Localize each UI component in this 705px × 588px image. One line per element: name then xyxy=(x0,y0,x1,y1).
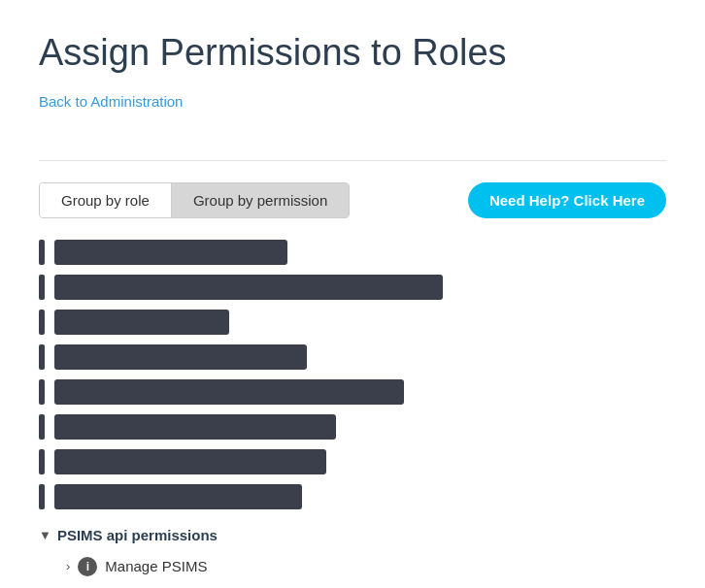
list-row xyxy=(39,379,666,405)
list-row xyxy=(39,484,666,509)
list-row-bar xyxy=(54,240,287,265)
toolbar: Group by role Group by permission Need H… xyxy=(39,182,666,218)
list-row-bar xyxy=(54,449,326,474)
page-title: Assign Permissions to Roles xyxy=(39,31,666,76)
list-row-indicator xyxy=(39,310,45,335)
expand-icon[interactable]: › xyxy=(66,559,70,573)
skeleton-list xyxy=(39,240,666,509)
list-row-indicator xyxy=(39,449,45,474)
list-row xyxy=(39,275,666,300)
list-row-bar xyxy=(54,484,302,509)
list-row xyxy=(39,344,666,370)
list-row xyxy=(39,449,666,474)
tab-group-by-permission[interactable]: Group by permission xyxy=(172,183,349,217)
back-to-admin-link[interactable]: Back to Administration xyxy=(39,93,183,110)
list-row-indicator xyxy=(39,414,45,440)
list-row-indicator xyxy=(39,275,45,300)
list-row xyxy=(39,240,666,265)
list-row-bar xyxy=(54,275,443,300)
list-row-indicator xyxy=(39,240,45,265)
list-row-bar xyxy=(54,344,307,370)
permission-row: › i Manage PSIMS xyxy=(39,553,666,580)
permission-label: Manage PSIMS xyxy=(105,558,207,574)
list-row-bar xyxy=(54,414,336,440)
list-row-indicator xyxy=(39,344,45,370)
section-title: PSIMS api permissions xyxy=(57,527,218,543)
page-container: Assign Permissions to Roles Back to Admi… xyxy=(0,0,705,588)
tab-group-by-role[interactable]: Group by role xyxy=(40,183,172,217)
list-row-bar xyxy=(54,379,404,405)
list-row xyxy=(39,414,666,440)
section-header[interactable]: ▼ PSIMS api permissions xyxy=(39,527,666,543)
info-icon: i xyxy=(78,557,97,576)
section-divider xyxy=(39,160,666,161)
chevron-down-icon: ▼ xyxy=(39,528,51,542)
help-button[interactable]: Need Help? Click Here xyxy=(468,182,666,218)
list-row-indicator xyxy=(39,379,45,405)
list-row-indicator xyxy=(39,484,45,509)
list-row-bar xyxy=(54,310,229,335)
tab-group: Group by role Group by permission xyxy=(39,182,350,218)
list-row xyxy=(39,310,666,335)
